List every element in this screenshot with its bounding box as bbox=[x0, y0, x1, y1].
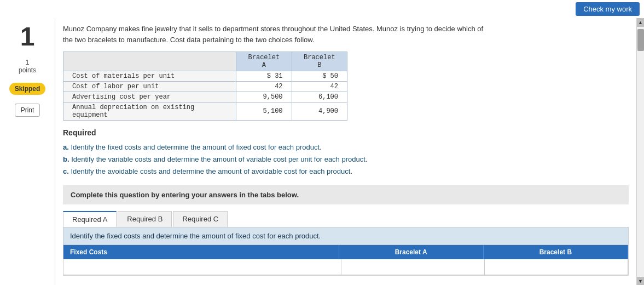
answer-header-col-0: Fixed Costs bbox=[63, 245, 339, 259]
answer-table: Fixed CostsBracelet ABracelet B bbox=[63, 245, 628, 275]
table-row-val-a: $ 31 bbox=[236, 71, 292, 82]
table-row-val-a: 9,500 bbox=[236, 92, 292, 102]
instruction-text: Complete this question by entering your … bbox=[71, 191, 299, 199]
left-panel: 1 1 points Skipped Print bbox=[0, 18, 55, 285]
table-row-label: Annual depreciation on existing equipmen… bbox=[63, 102, 236, 121]
cost-data-table: Bracelet A Bracelet B Cost of materials … bbox=[63, 52, 347, 121]
content-panel: Munoz Company makes fine jewelry that it… bbox=[55, 18, 636, 285]
required-list-item: b. Identify the variable costs and deter… bbox=[63, 153, 629, 166]
required-item-label: a. bbox=[63, 143, 71, 151]
required-list: a. Identify the fixed costs and determin… bbox=[63, 141, 629, 178]
required-item-label: b. bbox=[63, 155, 71, 163]
tab-req-a[interactable]: Required A bbox=[63, 211, 117, 227]
tab-req-b[interactable]: Required B bbox=[118, 211, 172, 227]
answer-header-col-2: Bracelet B bbox=[484, 245, 628, 259]
answer-header-col-1: Bracelet A bbox=[339, 245, 484, 259]
table-row-val-a: 42 bbox=[236, 82, 292, 92]
answer-col-a[interactable] bbox=[341, 259, 485, 275]
tab-instruction: Identify the fixed costs and determine t… bbox=[63, 227, 628, 245]
required-item-text: Identify the fixed costs and determine t… bbox=[71, 143, 321, 151]
scroll-thumb[interactable] bbox=[637, 29, 644, 51]
question-text: Munoz Company makes fine jewelry that it… bbox=[63, 24, 629, 45]
top-bar: Check my work bbox=[0, 0, 644, 18]
table-row-label: Advertising cost per year bbox=[63, 92, 236, 102]
question-text-line2: the two bracelets to manufacture. Cost d… bbox=[63, 36, 315, 44]
table-row-val-b: $ 50 bbox=[292, 71, 347, 82]
check-my-work-button[interactable]: Check my work bbox=[576, 2, 640, 16]
points-value: 1 bbox=[19, 59, 36, 66]
bracelet-a-header: Bracelet A bbox=[236, 52, 292, 71]
required-item-label: c. bbox=[63, 167, 71, 175]
table-row-val-b: 6,100 bbox=[292, 92, 347, 102]
required-heading: Required bbox=[63, 128, 629, 137]
table-row-val-a: 5,100 bbox=[236, 102, 292, 121]
scroll-down-arrow[interactable]: ▼ bbox=[637, 277, 645, 285]
print-button[interactable]: Print bbox=[15, 104, 40, 117]
skipped-badge: Skipped bbox=[9, 83, 46, 95]
scroll-up-arrow[interactable]: ▲ bbox=[637, 18, 645, 27]
instruction-box: Complete this question by entering your … bbox=[63, 185, 629, 204]
table-row-val-b: 4,900 bbox=[292, 102, 347, 121]
answer-col-b[interactable] bbox=[485, 259, 628, 275]
answer-table-header: Fixed CostsBracelet ABracelet B bbox=[63, 245, 628, 259]
question-text-line1: Munoz Company makes fine jewelry that it… bbox=[63, 25, 483, 33]
required-item-text: Identify the avoidable costs and determi… bbox=[71, 167, 352, 175]
answer-table-row[interactable] bbox=[63, 259, 628, 275]
table-row-label: Cost of materials per unit bbox=[63, 71, 236, 82]
tab-instruction-text: Identify the fixed costs and determine t… bbox=[70, 232, 321, 240]
required-list-item: c. Identify the avoidable costs and dete… bbox=[63, 166, 629, 178]
points-unit: points bbox=[19, 66, 36, 74]
answer-col-label[interactable] bbox=[63, 259, 341, 275]
tab-content-area: Identify the fixed costs and determine t… bbox=[63, 227, 629, 276]
bracelet-b-header: Bracelet B bbox=[292, 52, 347, 71]
scrollbar[interactable]: ▲ ▼ bbox=[636, 18, 644, 285]
required-item-text: Identify the variable costs and determin… bbox=[71, 155, 367, 163]
tabs-container: Required ARequired BRequired C bbox=[63, 211, 629, 227]
question-number: 1 bbox=[20, 24, 35, 50]
table-row-label: Cost of labor per unit bbox=[63, 82, 236, 92]
tab-req-c[interactable]: Required C bbox=[173, 211, 228, 227]
table-row-val-b: 42 bbox=[292, 82, 347, 92]
required-list-item: a. Identify the fixed costs and determin… bbox=[63, 141, 629, 153]
